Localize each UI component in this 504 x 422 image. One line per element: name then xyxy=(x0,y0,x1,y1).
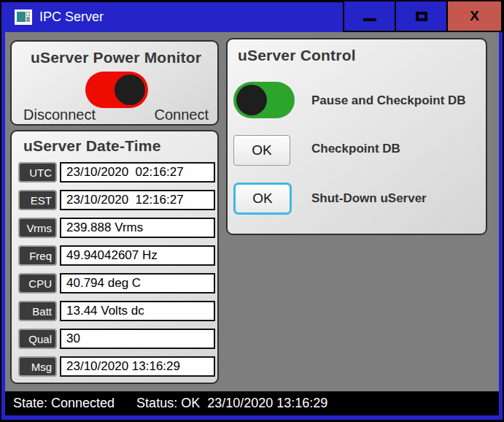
pause-checkpoint-label: Pause and Checkpoint DB xyxy=(311,93,466,108)
shutdown-label: Shut-Down uServer xyxy=(311,191,427,206)
close-icon: X xyxy=(470,8,479,24)
ipc-server-window: IPC Server X uServer Power Monitor Disco… xyxy=(0,0,504,422)
status-bar: State: Connected Status: OK 23/10/2020 1… xyxy=(5,391,499,415)
window-controls: X xyxy=(343,0,503,32)
minimize-button[interactable] xyxy=(343,0,395,32)
title-bar[interactable]: IPC Server X xyxy=(1,2,503,32)
batt-field[interactable]: 13.44 Volts dc xyxy=(60,301,215,321)
row-label-cpu: CPU xyxy=(18,273,57,294)
table-row: Qual 30 xyxy=(12,329,217,349)
pause-toggle-knob xyxy=(236,85,267,115)
window-title: IPC Server xyxy=(39,2,104,32)
vrms-field[interactable]: 239.888 Vrms xyxy=(60,218,215,238)
control-title: uServer Control xyxy=(238,47,356,64)
maximize-icon xyxy=(416,12,427,21)
freq-field[interactable]: 49.94042607 Hz xyxy=(60,245,215,266)
datetime-rows: UTC 23/10/2020 02:16:27 EST 23/10/2020 1… xyxy=(12,162,217,384)
table-row: Freq 49.94042607 Hz xyxy=(12,245,217,266)
row-label-vrms: Vrms xyxy=(18,218,57,238)
shutdown-ok-button[interactable]: OK xyxy=(233,183,292,215)
power-monitor-title: uServer Power Monitor xyxy=(22,49,210,66)
power-toggle-knob xyxy=(115,74,145,105)
datetime-group: uServer Date-Time UTC 23/10/2020 02:16:2… xyxy=(10,130,219,384)
datetime-title: uServer Date-Time xyxy=(23,137,161,155)
msg-field[interactable]: 23/10/2020 13:16:29 xyxy=(60,356,215,377)
disconnect-label: Disconnect xyxy=(23,107,96,123)
est-field[interactable]: 23/10/2020 12:16:27 xyxy=(60,190,215,210)
power-monitor-group: uServer Power Monitor Disconnect Connect xyxy=(10,40,219,126)
row-label-qual: Qual xyxy=(18,329,57,349)
close-button[interactable]: X xyxy=(446,0,503,32)
cpu-field[interactable]: 40.794 deg C xyxy=(60,273,215,294)
minimize-icon xyxy=(363,18,376,21)
state-text: State: Connected xyxy=(13,396,115,411)
connect-label: Connect xyxy=(155,107,209,123)
row-label-batt: Batt xyxy=(18,301,57,321)
table-row: Msg 23/10/2020 13:16:29 xyxy=(12,356,217,377)
control-group: uServer Control Pause and Checkpoint DB … xyxy=(226,38,487,235)
app-icon-pane xyxy=(26,12,30,16)
table-row: EST 23/10/2020 12:16:27 xyxy=(12,190,217,210)
table-row: Batt 13.44 Volts dc xyxy=(12,301,217,321)
power-connect-toggle[interactable] xyxy=(85,72,148,108)
checkpoint-db-label: Checkpoint DB xyxy=(311,142,400,156)
table-row: Vrms 239.888 Vrms xyxy=(12,218,217,238)
row-label-freq: Freq xyxy=(18,245,57,266)
pause-checkpoint-toggle[interactable] xyxy=(233,82,295,118)
qual-field[interactable]: 30 xyxy=(60,329,215,349)
power-toggle-labels: Disconnect Connect xyxy=(12,107,217,123)
row-label-msg: Msg xyxy=(18,356,57,377)
table-row: CPU 40.794 deg C xyxy=(12,273,217,294)
row-label-utc: UTC xyxy=(18,162,57,183)
maximize-button[interactable] xyxy=(395,0,446,32)
utc-field[interactable]: 23/10/2020 02:16:27 xyxy=(60,162,215,183)
app-icon-pane xyxy=(17,12,26,22)
app-icon-pane xyxy=(26,17,30,22)
row-label-est: EST xyxy=(18,190,57,210)
checkpoint-db-ok-button[interactable]: OK xyxy=(233,135,290,166)
status-text: Status: OK 23/10/2020 13:16:29 xyxy=(136,396,327,411)
table-row: UTC 23/10/2020 02:16:27 xyxy=(12,162,217,183)
app-icon xyxy=(15,9,32,25)
client-area: uServer Power Monitor Disconnect Connect… xyxy=(5,32,499,415)
